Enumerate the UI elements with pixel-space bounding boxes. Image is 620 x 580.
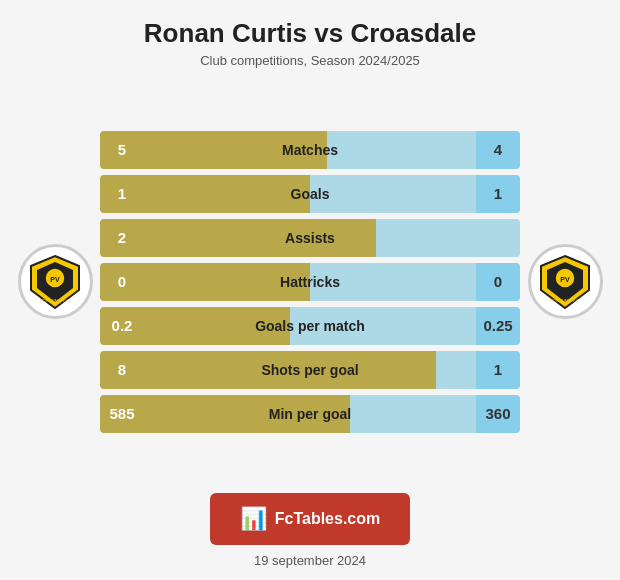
stat-label: Hattricks: [280, 274, 340, 290]
fctables-icon: 📊: [240, 506, 267, 532]
stat-bar: Shots per goal: [144, 351, 476, 389]
stat-label: Assists: [285, 230, 335, 246]
stat-row: 8Shots per goal1: [100, 351, 520, 389]
fctables-banner: 📊 FcTables.com: [210, 493, 410, 545]
stat-bar-fill-left: [144, 175, 310, 213]
svg-text:PORT VALE F.C.: PORT VALE F.C.: [40, 298, 70, 303]
svg-text:PV: PV: [50, 276, 60, 283]
stat-bar: Assists: [144, 219, 476, 257]
stat-row: 585Min per goal360: [100, 395, 520, 433]
stat-left-value: 1: [100, 175, 144, 213]
stat-right-value: 0.25: [476, 307, 520, 345]
main-content: PV PORT VALE F.C. 5Matches41Goals12Assis…: [0, 74, 620, 479]
stats-area: 5Matches41Goals12Assists0Hattricks00.2Go…: [100, 131, 520, 433]
stat-left-value: 8: [100, 351, 144, 389]
stat-right-value: 1: [476, 175, 520, 213]
stat-right-value: 0: [476, 263, 520, 301]
fctables-label: FcTables.com: [275, 510, 381, 528]
stat-left-value: 2: [100, 219, 144, 257]
stat-label: Goals per match: [255, 318, 365, 334]
stat-left-value: 585: [100, 395, 144, 433]
stat-bar: Goals per match: [144, 307, 476, 345]
stat-left-value: 0.2: [100, 307, 144, 345]
stat-right-value: [476, 219, 520, 257]
stat-row: 2Assists: [100, 219, 520, 257]
page-title: Ronan Curtis vs Croasdale: [10, 18, 610, 49]
footer-date: 19 september 2024: [254, 553, 366, 568]
stat-label: Matches: [282, 142, 338, 158]
stat-label: Min per goal: [269, 406, 351, 422]
header: Ronan Curtis vs Croasdale Club competiti…: [0, 0, 620, 74]
logo-right: PV PORT VALE F.C.: [520, 244, 610, 319]
stat-right-value: 1: [476, 351, 520, 389]
stat-row: 0.2Goals per match0.25: [100, 307, 520, 345]
stat-row: 5Matches4: [100, 131, 520, 169]
stat-row: 1Goals1: [100, 175, 520, 213]
stat-right-value: 4: [476, 131, 520, 169]
svg-text:PORT VALE F.C.: PORT VALE F.C.: [550, 298, 580, 303]
stat-left-value: 0: [100, 263, 144, 301]
stat-bar-fill-left: [144, 219, 376, 257]
logo-left: PV PORT VALE F.C.: [10, 244, 100, 319]
stat-row: 0Hattricks0: [100, 263, 520, 301]
stat-left-value: 5: [100, 131, 144, 169]
stat-right-value: 360: [476, 395, 520, 433]
stat-bar: Goals: [144, 175, 476, 213]
svg-text:PV: PV: [560, 276, 570, 283]
stat-label: Goals: [291, 186, 330, 202]
stat-bar: Hattricks: [144, 263, 476, 301]
stat-label: Shots per goal: [261, 362, 358, 378]
stat-bar: Min per goal: [144, 395, 476, 433]
team-left-logo: PV PORT VALE F.C.: [18, 244, 93, 319]
subtitle: Club competitions, Season 2024/2025: [10, 53, 610, 68]
stat-bar: Matches: [144, 131, 476, 169]
team-right-logo: PV PORT VALE F.C.: [528, 244, 603, 319]
